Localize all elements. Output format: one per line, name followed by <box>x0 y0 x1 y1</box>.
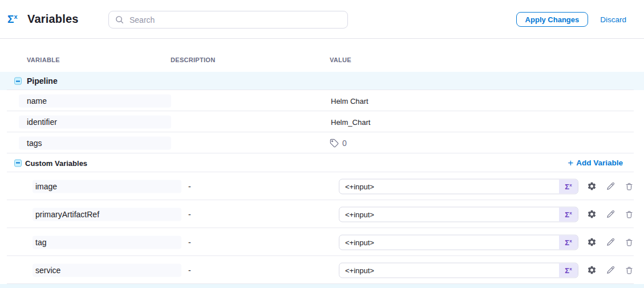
next-section-peek <box>0 284 644 288</box>
sigma-sup: x <box>569 210 572 215</box>
pencil-icon <box>606 181 615 191</box>
sigma-sup: x <box>569 266 572 271</box>
variable-value: Helm_Chart <box>331 117 370 126</box>
section-title: Pipeline <box>27 76 58 86</box>
runtime-input-sigma-icon[interactable]: Σx <box>559 179 578 193</box>
row-actions <box>586 181 634 192</box>
search-icon <box>115 15 124 24</box>
settings-button[interactable] <box>586 265 597 275</box>
search-box[interactable] <box>108 11 348 29</box>
tags-value: 0 <box>330 139 347 148</box>
trash-icon <box>625 266 634 275</box>
edit-button[interactable] <box>605 265 615 275</box>
edit-button[interactable] <box>605 237 615 248</box>
value-input[interactable] <box>339 179 578 194</box>
variable-name-pill: service <box>33 263 181 277</box>
sigma-glyph: Σ <box>565 266 569 274</box>
variable-name: tags <box>27 139 42 148</box>
value-input-wrap: Σx <box>339 206 578 222</box>
column-header-value: VALUE <box>330 56 351 63</box>
trash-icon <box>625 182 634 191</box>
row-actions <box>586 237 634 248</box>
variable-name: name <box>27 96 47 106</box>
variable-row-tags: tags0 <box>0 132 644 153</box>
collapse-minus-icon[interactable] <box>14 78 22 85</box>
section-row-custom-variables: Custom Variables+Add Variable <box>0 153 644 172</box>
runtime-input-sigma-icon[interactable]: Σx <box>559 207 578 221</box>
discard-link[interactable]: Discard <box>600 15 626 24</box>
variable-name-pill: tags <box>19 136 171 149</box>
row-actions <box>586 265 634 275</box>
variable-description: - <box>188 210 191 219</box>
sigma-variables-icon: Σx <box>7 14 18 25</box>
plus-icon: + <box>568 158 573 168</box>
variable-description: - <box>188 238 191 247</box>
delete-button[interactable] <box>624 265 634 275</box>
value-input-wrap: Σx <box>339 234 578 250</box>
variable-row-name: nameHelm Chart <box>0 90 644 111</box>
variable-name: primaryArtifactRef <box>35 210 99 219</box>
header-actions: Apply Changes Discard <box>516 12 626 27</box>
pencil-icon <box>606 237 615 247</box>
delete-button[interactable] <box>624 181 634 192</box>
variable-value: Helm Chart <box>331 96 368 105</box>
gear-icon <box>587 237 597 247</box>
variable-name: service <box>35 266 60 275</box>
variable-row-image: image-Σx <box>0 172 644 200</box>
variable-name-pill: image <box>33 180 181 193</box>
sigma-sup: x <box>569 182 572 187</box>
column-header-variable: VARIABLE <box>27 56 60 63</box>
add-variable-label: Add Variable <box>576 159 623 167</box>
pencil-icon <box>606 209 615 219</box>
delete-button[interactable] <box>624 237 634 248</box>
search-input[interactable] <box>128 15 347 25</box>
delete-button[interactable] <box>624 209 634 220</box>
value-input-wrap: Σx <box>339 262 578 278</box>
sigma-sup: x <box>569 238 572 243</box>
variable-name: image <box>35 182 57 191</box>
apply-changes-button[interactable]: Apply Changes <box>516 12 589 27</box>
sigma-glyph: Σ <box>565 238 569 246</box>
gear-icon <box>587 265 597 275</box>
variable-name: identifier <box>27 117 57 127</box>
variable-name: tag <box>35 238 46 247</box>
gear-icon <box>587 181 597 191</box>
edit-button[interactable] <box>605 209 615 220</box>
add-variable-button[interactable]: +Add Variable <box>568 159 623 168</box>
variable-row-primaryartifactref: primaryArtifactRef-Σx <box>0 200 644 228</box>
edit-button[interactable] <box>605 181 615 192</box>
variables-table: PipelinenameHelm ChartidentifierHelm_Cha… <box>0 72 644 284</box>
collapse-minus-icon[interactable] <box>14 159 22 167</box>
pencil-icon <box>606 265 615 275</box>
column-header-description: DESCRIPTION <box>171 56 215 63</box>
value-input[interactable] <box>339 234 578 250</box>
settings-button[interactable] <box>586 209 597 220</box>
header: Σx Variables Apply Changes Discard <box>0 0 644 39</box>
variable-row-tag: tag-Σx <box>0 228 644 256</box>
settings-button[interactable] <box>586 181 597 192</box>
table-header: VARIABLE DESCRIPTION VALUE <box>0 39 644 72</box>
section-title: Custom Variables <box>25 159 87 167</box>
gear-icon <box>587 209 597 219</box>
tag-icon <box>330 139 339 148</box>
trash-icon <box>625 238 634 247</box>
variable-name-pill: identifier <box>19 115 171 128</box>
variable-description: - <box>188 182 191 191</box>
sigma-glyph: Σ <box>565 210 569 218</box>
section-row-pipeline: Pipeline <box>0 72 644 90</box>
value-input[interactable] <box>339 206 578 222</box>
runtime-input-sigma-icon[interactable]: Σx <box>559 235 578 249</box>
variable-name-pill: name <box>19 94 171 107</box>
sigma-glyph: Σ <box>565 182 569 190</box>
trash-icon <box>625 210 634 219</box>
value-input-wrap: Σx <box>339 179 578 194</box>
settings-button[interactable] <box>586 237 597 248</box>
runtime-input-sigma-icon[interactable]: Σx <box>559 263 578 277</box>
row-actions <box>586 209 634 220</box>
variable-description: - <box>188 266 191 275</box>
sigma-glyph: Σ <box>7 13 14 25</box>
page-title: Variables <box>27 13 79 26</box>
value-input[interactable] <box>339 262 578 278</box>
sigma-sup: x <box>14 13 17 20</box>
tags-count: 0 <box>342 139 347 148</box>
